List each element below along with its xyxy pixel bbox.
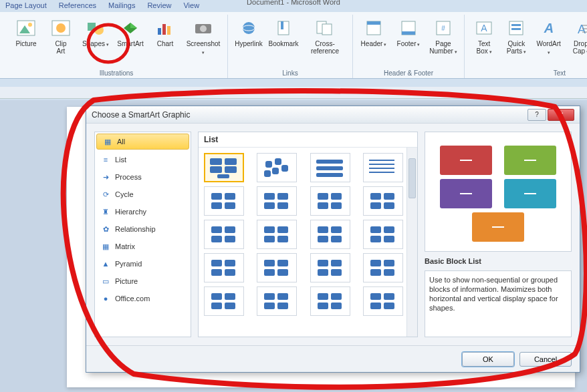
svg-point-14	[243, 22, 255, 34]
gallery-scroll[interactable]	[199, 148, 417, 337]
header-label: Header	[361, 40, 387, 48]
category-icon: ≡	[100, 154, 111, 165]
shapes-label: Shapes	[82, 40, 109, 48]
category-icon: ✿	[100, 224, 111, 234]
gallery-thumb[interactable]	[310, 186, 350, 216]
dialog-footer: OK Cancel	[86, 345, 580, 372]
ribbon-tab-view[interactable]: View	[183, 1, 199, 9]
footer-button[interactable]: Footer	[392, 15, 425, 51]
bookmark-icon	[273, 17, 294, 39]
screenshot-button[interactable]: Screenshot	[183, 15, 223, 59]
ribbon-tab-references[interactable]: References	[59, 1, 96, 9]
category-item-relationship[interactable]: ✿Relationship	[95, 220, 191, 238]
quickparts-label: Quick Parts	[507, 40, 526, 55]
cancel-button[interactable]: Cancel	[519, 352, 572, 367]
gallery-thumb[interactable]	[310, 253, 350, 282]
gallery-thumb[interactable]	[204, 220, 244, 249]
category-icon: ▦	[102, 136, 113, 147]
gallery-grid	[204, 153, 412, 316]
clipart-label: Clip Art	[55, 40, 66, 55]
gallery-thumb[interactable]	[204, 186, 244, 216]
gallery-thumb[interactable]	[363, 220, 403, 249]
category-item-picture[interactable]: ▭Picture	[95, 272, 191, 290]
preview-description: Use to show non-sequential or grouped bl…	[425, 270, 572, 337]
quickparts-icon	[505, 17, 527, 39]
category-label: Process	[115, 173, 142, 181]
ribbon-group-headerfooter: Header Footer # Page Number Header & Foo…	[353, 15, 465, 78]
pagenumber-button[interactable]: # Page Number	[427, 15, 460, 58]
textbox-button[interactable]: A Text Box	[469, 15, 499, 58]
category-label: Hierarchy	[115, 208, 146, 216]
picture-icon	[15, 17, 37, 39]
chart-button[interactable]: Chart	[148, 15, 182, 50]
illustrations-group-label: Illustrations	[100, 68, 134, 78]
shapes-button[interactable]: Shapes	[79, 15, 112, 51]
category-label: Matrix	[115, 242, 135, 250]
gallery-thumb[interactable]	[310, 220, 350, 249]
pagenumber-icon: #	[433, 17, 454, 39]
bookmark-label: Bookmark	[268, 40, 298, 47]
category-item-hierarchy[interactable]: ♜Hierarchy	[95, 203, 191, 220]
quickparts-button[interactable]: Quick Parts	[501, 15, 532, 58]
gallery-thumb[interactable]	[257, 186, 297, 216]
ok-button[interactable]: OK	[462, 352, 514, 367]
svg-rect-17	[281, 21, 283, 29]
dropcap-label: Drop Cap	[573, 40, 587, 55]
wordart-button[interactable]: A WordArt	[534, 15, 564, 59]
dialog-help-button[interactable]: ?	[527, 109, 546, 121]
ribbon-tab-page-layout[interactable]: Page Layout	[5, 1, 47, 9]
dropcap-icon: A	[570, 17, 587, 39]
gallery-thumb[interactable]	[257, 286, 297, 316]
category-item-all[interactable]: ▦All	[96, 134, 189, 150]
footer-label: Footer	[397, 40, 421, 48]
svg-point-13	[200, 25, 207, 32]
hyperlink-label: Hyperlink	[235, 40, 263, 47]
gallery-thumb[interactable]	[204, 286, 244, 316]
gallery-thumb[interactable]	[204, 253, 244, 282]
picture-label: Picture	[15, 40, 36, 47]
gallery-thumb[interactable]	[363, 153, 403, 182]
chart-label: Chart	[157, 40, 173, 47]
gallery-thumb[interactable]	[363, 286, 403, 316]
picture-button[interactable]: Picture	[9, 15, 43, 50]
preview-title: Basic Block List	[425, 257, 572, 265]
footer-icon	[398, 17, 419, 39]
gallery-scrollbar[interactable]	[406, 148, 417, 337]
dialog-titlebar[interactable]: Choose a SmartArt Graphic ? ✕	[86, 106, 580, 124]
gallery-thumb[interactable]	[310, 153, 350, 182]
crossref-button[interactable]: Cross-reference	[302, 15, 348, 57]
category-item-office-com[interactable]: ●Office.com	[95, 290, 191, 307]
gallery-thumb[interactable]	[310, 286, 350, 316]
gallery-thumb[interactable]	[363, 186, 403, 216]
hyperlink-icon	[238, 17, 259, 39]
category-item-cycle[interactable]: ⟳Cycle	[95, 186, 191, 203]
smartart-button[interactable]: SmartArt	[114, 15, 147, 50]
gallery-thumb[interactable]	[257, 153, 297, 182]
preview-block	[440, 146, 492, 175]
gallery-thumb[interactable]	[257, 220, 297, 249]
category-item-list[interactable]: ≡List	[95, 151, 191, 168]
ribbon-tabs: Page Layout References Mailings Review V…	[0, 0, 205, 11]
bookmark-button[interactable]: Bookmark	[267, 15, 300, 50]
gallery-thumb[interactable]	[204, 153, 244, 182]
category-item-process[interactable]: ➜Process	[95, 168, 191, 186]
window-title: Document1 - Microsoft Word	[247, 0, 340, 6]
ribbon-tab-mailings[interactable]: Mailings	[108, 1, 135, 9]
dialog-title-text: Choose a SmartArt Graphic	[92, 110, 190, 120]
dialog-close-button[interactable]: ✕	[548, 109, 574, 121]
category-item-matrix[interactable]: ▦Matrix	[95, 238, 191, 255]
hyperlink-button[interactable]: Hyperlink	[232, 15, 265, 50]
ribbon-group-text: A Text Box Quick Parts A WordArt A Drop …	[465, 15, 587, 78]
category-item-pyramid[interactable]: ▲Pyramid	[95, 255, 191, 272]
clipart-button[interactable]: Clip Art	[44, 15, 78, 57]
header-button[interactable]: Header	[357, 15, 390, 51]
preview-block	[504, 179, 556, 208]
gallery-thumb[interactable]	[257, 253, 297, 282]
dropcap-button[interactable]: A Drop Cap	[566, 15, 587, 58]
scrollbar-thumb[interactable]	[408, 158, 416, 198]
gallery-thumb[interactable]	[363, 253, 403, 282]
screenshot-label: Screenshot	[185, 40, 222, 56]
svg-rect-23	[402, 31, 415, 35]
svg-rect-10	[162, 24, 166, 35]
ribbon-tab-review[interactable]: Review	[147, 1, 171, 9]
